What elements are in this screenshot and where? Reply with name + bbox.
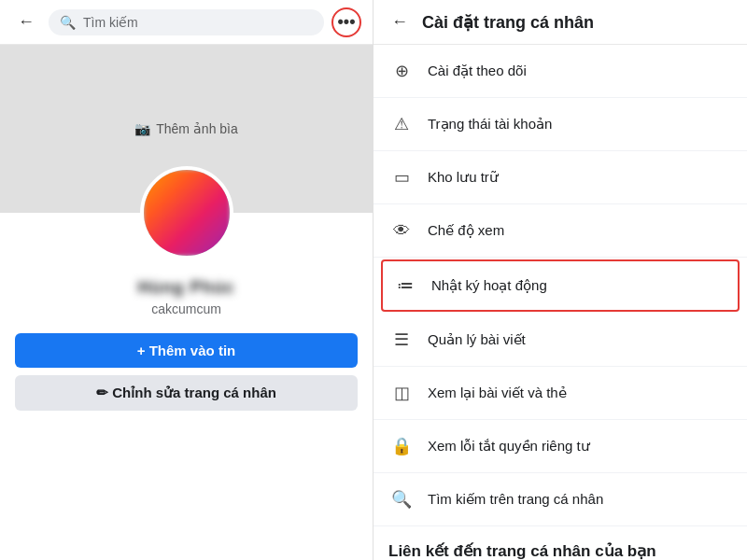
camera-icon: 📷 — [134, 121, 150, 136]
activity-log-label: Nhật ký hoạt động — [431, 277, 547, 294]
edit-profile-button[interactable]: ✏ Chỉnh sửa trang cá nhân — [15, 375, 358, 411]
search-icon: 🔍 — [60, 15, 76, 30]
profile-username: cakcumcum — [15, 301, 358, 316]
avatar-image — [144, 170, 230, 256]
action-buttons: + Thêm vào tin ✏ Chỉnh sửa trang cá nhân — [0, 324, 373, 420]
avatar — [140, 166, 233, 259]
view-mode-label: Chế độ xem — [428, 222, 504, 239]
archive-icon: ▭ — [388, 164, 415, 190]
settings-menu: ⊕Cài đặt theo dõi⚠Trạng thái tài khoản▭K… — [374, 45, 747, 526]
review-posts-icon: ◫ — [388, 380, 415, 406]
follow-settings-label: Cài đặt theo dõi — [428, 63, 527, 79]
menu-item-follow-settings[interactable]: ⊕Cài đặt theo dõi — [374, 45, 747, 98]
privacy-check-icon: 🔒 — [388, 433, 415, 459]
archive-label: Kho lưu trữ — [428, 169, 499, 186]
profile-info: Hùng Phúc cakcumcum — [0, 278, 373, 324]
follow-button[interactable]: + Thêm vào tin — [15, 333, 358, 368]
link-section: Liên kết đến trang cá nhân của bạn Liên … — [374, 526, 747, 560]
menu-item-view-mode[interactable]: 👁Chế độ xem — [374, 204, 747, 258]
add-cover-label[interactable]: 📷 Thêm ảnh bìa — [134, 121, 238, 136]
right-back-button[interactable]: ← — [385, 7, 415, 37]
manage-posts-icon: ☰ — [388, 327, 415, 353]
search-placeholder: Tìm kiếm — [83, 15, 138, 30]
menu-item-account-status[interactable]: ⚠Trạng thái tài khoản — [374, 98, 747, 151]
menu-item-manage-posts[interactable]: ☰Quản lý bài viết — [374, 314, 747, 367]
right-panel: ← Cài đặt trang cá nhân ⊕Cài đặt theo dõ… — [374, 0, 747, 560]
review-posts-label: Xem lại bài viết và thẻ — [428, 385, 567, 401]
left-panel: ← 🔍 Tìm kiếm ••• 📷 Thêm ảnh bìa Hùng Phú… — [0, 0, 374, 560]
menu-item-search-profile[interactable]: 🔍Tìm kiếm trên trang cá nhân — [374, 473, 747, 526]
account-status-icon: ⚠ — [388, 111, 415, 137]
cover-area: 📷 Thêm ảnh bìa — [0, 45, 373, 213]
view-mode-icon: 👁 — [388, 217, 415, 244]
profile-name: Hùng Phúc — [15, 278, 358, 298]
menu-item-privacy-check[interactable]: 🔒Xem lỗi tắt quyền riêng tư — [374, 420, 747, 473]
search-profile-icon: 🔍 — [388, 486, 415, 512]
link-section-title: Liên kết đến trang cá nhân của bạn — [388, 541, 732, 560]
menu-item-review-posts[interactable]: ◫Xem lại bài viết và thẻ — [374, 367, 747, 420]
menu-item-archive[interactable]: ▭Kho lưu trữ — [374, 151, 747, 204]
activity-log-icon: ≔ — [392, 273, 418, 299]
add-cover-text: Thêm ảnh bìa — [156, 121, 238, 136]
search-profile-label: Tìm kiếm trên trang cá nhân — [428, 491, 603, 508]
top-bar: ← 🔍 Tìm kiếm ••• — [0, 0, 373, 45]
manage-posts-label: Quản lý bài viết — [428, 331, 526, 348]
account-status-label: Trạng thái tài khoản — [428, 116, 552, 133]
search-bar[interactable]: 🔍 Tìm kiếm — [49, 9, 324, 35]
right-panel-title: Cài đặt trang cá nhân — [422, 12, 594, 33]
more-button[interactable]: ••• — [331, 7, 361, 37]
back-button[interactable]: ← — [11, 7, 41, 37]
right-top-bar: ← Cài đặt trang cá nhân — [374, 0, 747, 45]
menu-item-activity-log[interactable]: ≔Nhật ký hoạt động — [381, 259, 740, 312]
follow-settings-icon: ⊕ — [388, 58, 415, 84]
privacy-check-label: Xem lỗi tắt quyền riêng tư — [428, 438, 590, 455]
